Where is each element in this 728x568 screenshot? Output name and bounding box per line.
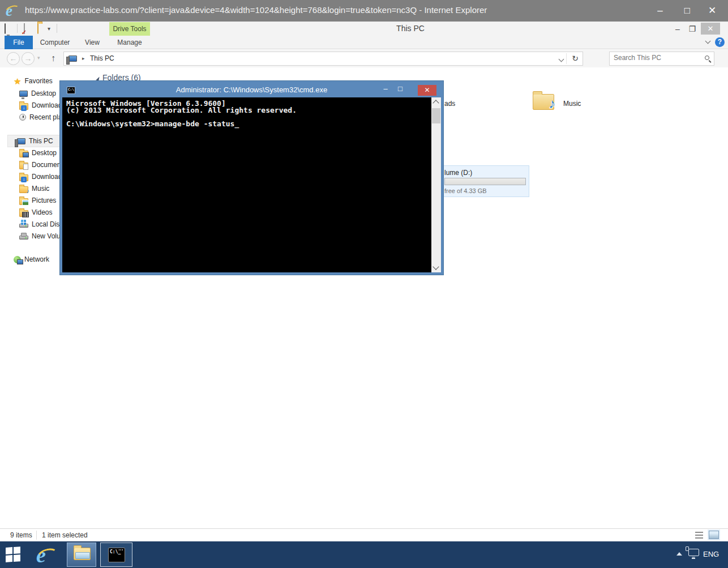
tab-computer[interactable]: Computer bbox=[36, 36, 74, 49]
address-separator bbox=[566, 53, 567, 64]
ie-url-title: https://www.practice-labs.com/?client=ja… bbox=[25, 5, 487, 15]
ie-maximize-button[interactable]: □ bbox=[676, 3, 699, 18]
statusbar-separator bbox=[36, 531, 37, 540]
show-hidden-icons-button[interactable] bbox=[676, 552, 682, 556]
start-button[interactable] bbox=[6, 546, 21, 563]
qat-separator bbox=[17, 24, 18, 33]
tray-network-icon[interactable] bbox=[688, 549, 699, 556]
ie-titlebar: e https://www.practice-labs.com/?client=… bbox=[0, 0, 728, 22]
sidebar-group-favorites[interactable]: ★ Favorites bbox=[14, 76, 53, 86]
tab-view[interactable]: View bbox=[77, 36, 108, 49]
selected-count: 1 item selected bbox=[42, 531, 88, 539]
desktop-icon bbox=[19, 91, 28, 97]
ie-minimize-button[interactable]: – bbox=[649, 3, 671, 18]
sidebar-item-pictures[interactable]: Pictures bbox=[19, 195, 56, 206]
taskbar-cmd-button[interactable] bbox=[100, 543, 132, 567]
recent-places-icon bbox=[19, 114, 26, 121]
search-box[interactable] bbox=[609, 52, 714, 66]
taskbar-ie-icon[interactable]: e bbox=[36, 544, 59, 566]
drive-tools-contextual-label: Drive Tools bbox=[109, 22, 150, 36]
favorites-star-icon: ★ bbox=[14, 77, 21, 86]
breadcrumb-separator-icon: ▸ bbox=[82, 55, 85, 61]
taskbar-explorer-button[interactable] bbox=[67, 543, 96, 567]
sidebar-item-fav-desktop[interactable]: Desktop bbox=[19, 88, 56, 99]
music-folder-icon bbox=[19, 186, 28, 193]
refresh-icon[interactable]: ↻ bbox=[572, 54, 579, 63]
sidebar-item-fav-downloads[interactable]: Downloads bbox=[19, 100, 65, 110]
thispc-icon bbox=[17, 138, 25, 144]
sidebar-group-thispc[interactable]: This PC bbox=[14, 136, 53, 146]
console-line: (c) 2013 Microsoft Corporation. All righ… bbox=[66, 107, 431, 114]
drive-capacity-bar bbox=[444, 178, 526, 185]
sidebar-item-local-disk[interactable]: Local Disk bbox=[19, 219, 63, 229]
cmd-titlebar[interactable]: Administrator: C:\Windows\System32\cmd.e… bbox=[62, 83, 441, 97]
back-button[interactable]: ← bbox=[7, 52, 20, 65]
explorer-ribbon-tabs-row bbox=[0, 36, 728, 49]
explorer-window-title: This PC bbox=[317, 24, 504, 33]
drive-tile-name: lume (D:) bbox=[444, 169, 472, 177]
explorer-minimize-button[interactable]: – bbox=[670, 23, 685, 35]
sidebar-item-videos[interactable]: Videos bbox=[19, 207, 52, 217]
sidebar-item-desktop[interactable]: Desktop bbox=[19, 148, 57, 158]
search-input[interactable] bbox=[614, 54, 699, 62]
language-indicator[interactable]: ENG bbox=[703, 550, 719, 558]
new-volume-d-tile[interactable]: lume (D:) free of 4.33 GB bbox=[441, 165, 529, 197]
downloads-folder-icon bbox=[19, 103, 28, 110]
downloads-folder-icon bbox=[19, 174, 28, 181]
search-icon[interactable] bbox=[705, 55, 709, 60]
thispc-breadcrumb-icon bbox=[68, 55, 77, 62]
drive-free-space-text: free of 4.33 GB bbox=[444, 187, 487, 194]
up-one-level-button[interactable]: ↑ bbox=[51, 53, 55, 63]
scrollbar-thumb[interactable] bbox=[432, 108, 440, 123]
cmd-maximize-button[interactable]: □ bbox=[395, 84, 406, 93]
cmd-close-button[interactable]: ✕ bbox=[418, 85, 436, 96]
thumbnail-view-icon[interactable] bbox=[709, 531, 719, 539]
items-count: 9 items bbox=[10, 531, 32, 539]
internet-explorer-icon: e bbox=[6, 2, 20, 18]
cmd-minimize-button[interactable]: – bbox=[380, 84, 391, 93]
videos-folder-icon bbox=[19, 210, 28, 217]
explorer-restore-button[interactable]: ❐ bbox=[685, 23, 700, 35]
desktop-folder-icon bbox=[19, 151, 28, 157]
scroll-up-icon[interactable] bbox=[432, 100, 439, 106]
cmd-scrollbar[interactable] bbox=[431, 97, 441, 272]
music-tile-folder-icon bbox=[533, 94, 554, 110]
documents-folder-icon bbox=[19, 163, 28, 169]
remote-desktop-screen: e https://www.practice-labs.com/?client=… bbox=[0, 0, 728, 568]
address-bar[interactable]: ▸ This PC ↻ bbox=[63, 52, 583, 66]
sidebar-group-network[interactable]: Network bbox=[14, 254, 49, 264]
sidebar-item-documents[interactable]: Documents bbox=[19, 160, 66, 170]
properties-qat-icon[interactable] bbox=[24, 23, 25, 34]
local-disk-icon bbox=[19, 224, 28, 228]
details-view-icon[interactable] bbox=[695, 532, 703, 539]
tab-manage[interactable]: Manage bbox=[111, 36, 148, 49]
group-collapse-icon bbox=[96, 76, 99, 81]
console-cursor: _ bbox=[234, 119, 239, 128]
explorer-statusbar: 9 items 1 item selected bbox=[0, 528, 728, 541]
explorer-close-button[interactable]: ✕ bbox=[701, 23, 720, 35]
qat-separator-2 bbox=[57, 24, 57, 33]
breadcrumb-location[interactable]: This PC bbox=[90, 54, 114, 62]
scroll-down-icon[interactable] bbox=[432, 263, 439, 270]
new-volume-icon bbox=[19, 236, 28, 240]
ie-close-button[interactable]: ✕ bbox=[701, 3, 723, 18]
network-icon bbox=[14, 256, 21, 263]
cmd-window[interactable]: Administrator: C:\Windows\System32\cmd.e… bbox=[60, 81, 443, 275]
recent-pages-dropdown-icon[interactable]: ▾ bbox=[37, 55, 40, 61]
new-folder-qat-icon[interactable] bbox=[37, 23, 38, 34]
thispc-qat-icon[interactable] bbox=[5, 23, 6, 34]
file-explorer-icon bbox=[74, 548, 91, 560]
sidebar-item-downloads[interactable]: Downloads bbox=[19, 172, 65, 182]
music-tile-label: Music bbox=[563, 100, 581, 108]
downloads-tile-label-fragment[interactable]: ads bbox=[444, 100, 455, 108]
cmd-console-output[interactable]: Microsoft Windows [Version 6.3.9600] (c)… bbox=[62, 97, 431, 272]
tab-file[interactable]: File bbox=[5, 36, 33, 49]
help-button[interactable]: ? bbox=[715, 37, 725, 47]
sidebar-item-music[interactable]: Music bbox=[19, 183, 49, 194]
forward-button[interactable]: → bbox=[22, 52, 35, 65]
qat-dropdown-icon[interactable]: ▾ bbox=[48, 25, 50, 32]
address-dropdown-icon[interactable] bbox=[559, 57, 564, 62]
console-prompt-line: C:\Windows\system32>manage-bde -status_ bbox=[66, 121, 431, 127]
cmd-taskbar-icon bbox=[108, 548, 125, 562]
pictures-folder-icon bbox=[19, 198, 28, 205]
